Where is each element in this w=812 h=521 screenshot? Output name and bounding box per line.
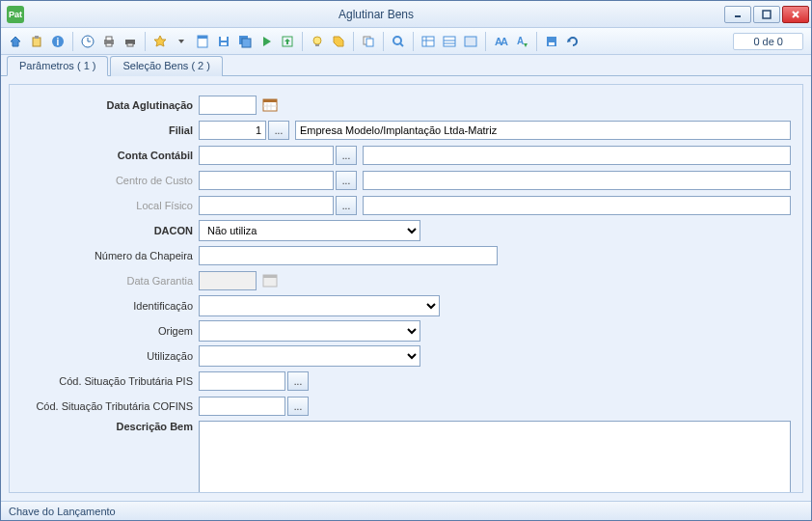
label-data-garantia: Data Garantia (15, 275, 199, 287)
select-identificacao[interactable] (199, 295, 440, 316)
light-icon[interactable] (307, 31, 328, 52)
svg-text:A: A (501, 36, 508, 47)
zoom-icon[interactable] (388, 31, 409, 52)
export-icon[interactable] (277, 31, 298, 52)
lookup-local-button[interactable]: ... (336, 196, 357, 215)
label-identificacao: Identificação (15, 300, 199, 312)
lookup-centro-button[interactable]: ... (336, 171, 357, 190)
form-panel: Data Aglutinação Filial ... Conta Contáb… (9, 84, 803, 493)
refresh-icon[interactable] (562, 31, 583, 52)
svg-rect-36 (422, 37, 434, 46)
svg-point-34 (393, 37, 401, 44)
label-filial: Filial (15, 124, 199, 136)
home-icon[interactable] (5, 31, 26, 52)
select-origem[interactable] (199, 320, 420, 342)
label-centro-custo: Centro de Custo (15, 175, 199, 186)
status-text: Chave do Lançamento (9, 506, 116, 517)
label-descricao: Descrição Bem (15, 421, 199, 432)
info-icon[interactable]: i (47, 31, 68, 52)
svg-rect-14 (106, 43, 112, 46)
input-conta-desc[interactable] (363, 146, 791, 165)
paste-icon[interactable] (26, 31, 47, 52)
svg-line-35 (400, 43, 403, 46)
select-dacon[interactable]: Não utiliza (199, 220, 420, 241)
input-cod-cofins[interactable] (199, 397, 285, 416)
dropdown-icon[interactable] (171, 31, 192, 52)
label-local-fisico: Local Físico (15, 200, 199, 211)
play-icon[interactable] (256, 31, 277, 52)
minimize-button[interactable] (724, 6, 751, 23)
titlebar: Pat Aglutinar Bens (1, 1, 811, 28)
record-pager: 0 de 0 (733, 33, 803, 50)
lookup-cofins-button[interactable]: ... (287, 397, 309, 416)
input-filial-desc[interactable] (295, 121, 791, 140)
label-num-chapeira: Número da Chapeira (15, 250, 199, 261)
input-data-garantia (199, 271, 257, 290)
input-data-aglutinacao[interactable] (199, 96, 257, 115)
findnext-icon[interactable]: A (511, 31, 532, 52)
svg-rect-5 (33, 38, 41, 46)
input-conta-code[interactable] (199, 146, 334, 165)
label-cod-cofins: Cód. Situação Tributária COFINS (15, 400, 199, 412)
textarea-descricao[interactable] (199, 421, 791, 493)
favorite-icon[interactable] (149, 31, 171, 52)
label-utilizacao: Utilização (15, 350, 199, 362)
input-num-chapeira[interactable] (199, 246, 498, 265)
print-icon[interactable] (120, 31, 141, 52)
app-window: Pat Aglutinar Bens i (0, 0, 812, 521)
content-area: Data Aglutinação Filial ... Conta Contáb… (1, 76, 811, 501)
label-conta-contabil: Conta Contábil (15, 150, 199, 161)
tag-icon[interactable] (328, 31, 349, 52)
svg-rect-56 (263, 275, 277, 278)
svg-rect-33 (366, 39, 373, 46)
svg-marker-31 (334, 37, 343, 46)
copy-icon[interactable] (358, 31, 379, 52)
save2-icon[interactable] (541, 31, 562, 52)
svg-rect-51 (263, 99, 277, 102)
grid3-icon[interactable] (460, 31, 481, 52)
input-centro-code[interactable] (199, 171, 334, 190)
lookup-conta-button[interactable]: ... (336, 146, 357, 165)
label-dacon: DACON (15, 225, 199, 236)
lookup-filial-button[interactable]: ... (268, 121, 289, 140)
svg-marker-46 (524, 43, 528, 47)
grid2-icon[interactable] (439, 31, 460, 52)
saveall-icon[interactable] (234, 31, 256, 52)
save-icon[interactable] (213, 31, 234, 52)
svg-marker-18 (178, 40, 184, 43)
input-local-code[interactable] (199, 196, 334, 215)
svg-rect-6 (35, 36, 39, 39)
maximize-button[interactable] (753, 6, 780, 23)
select-utilizacao[interactable] (199, 345, 420, 367)
toolbar: i AA A 0 de 0 (1, 28, 811, 55)
calendar-garantia-icon (260, 272, 280, 289)
close-button[interactable] (782, 6, 809, 23)
svg-marker-17 (154, 36, 166, 46)
input-filial-code[interactable] (199, 121, 266, 140)
tab-parametros[interactable]: Parâmetros ( 1 ) (7, 56, 108, 76)
svg-marker-4 (11, 37, 20, 46)
tab-selecao-bens[interactable]: Seleção Bens ( 2 ) (110, 56, 223, 76)
lookup-pis-button[interactable]: ... (287, 371, 309, 391)
window-title: Aglutinar Bens (30, 8, 722, 21)
find-icon[interactable]: AA (490, 31, 511, 52)
svg-rect-25 (242, 39, 251, 47)
svg-marker-26 (263, 37, 271, 46)
calendar-icon[interactable] (260, 96, 280, 114)
printer-icon[interactable] (98, 31, 120, 52)
svg-text:A: A (517, 36, 524, 46)
file1-icon[interactable] (192, 31, 213, 52)
input-local-desc[interactable] (363, 196, 791, 215)
input-cod-pis[interactable] (199, 371, 285, 391)
svg-rect-23 (221, 42, 227, 45)
svg-marker-28 (284, 39, 290, 44)
window-buttons (722, 6, 809, 23)
svg-rect-48 (549, 42, 555, 45)
clock-icon[interactable] (77, 31, 98, 52)
svg-rect-30 (315, 44, 319, 46)
svg-rect-22 (221, 37, 227, 41)
statusbar: Chave do Lançamento (1, 501, 811, 520)
svg-rect-42 (465, 37, 476, 46)
input-centro-desc[interactable] (363, 171, 791, 190)
grid1-icon[interactable] (418, 31, 439, 52)
